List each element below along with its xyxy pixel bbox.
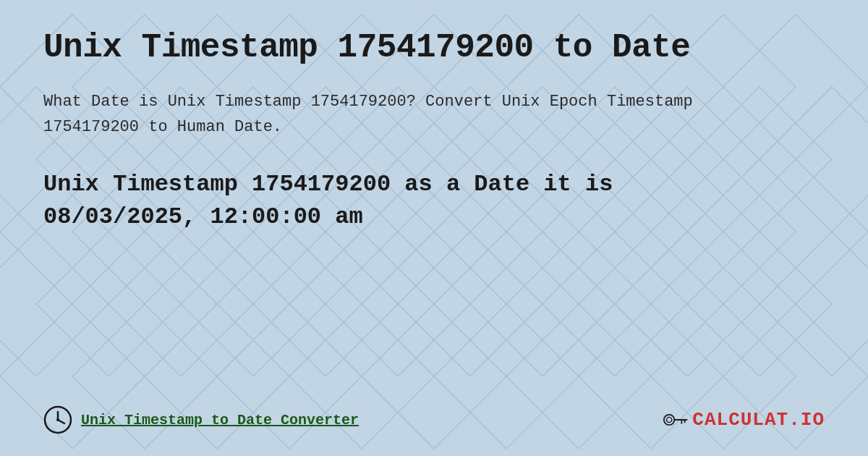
svg-point-71: [667, 417, 672, 422]
logo-accent: .IO: [788, 409, 825, 431]
result-line1: Unix Timestamp 1754179200 as a Date it i…: [43, 171, 613, 198]
footer-left[interactable]: Unix Timestamp to Date Converter: [43, 405, 359, 434]
result-section: Unix Timestamp 1754179200 as a Date it i…: [43, 169, 825, 234]
result-text: Unix Timestamp 1754179200 as a Date it i…: [43, 169, 803, 234]
page-title: Unix Timestamp 1754179200 to Date: [43, 29, 825, 67]
logo-text: CALCULAT.IO: [692, 409, 825, 431]
clock-icon: [43, 405, 72, 434]
svg-point-70: [664, 415, 674, 425]
footer-link[interactable]: Unix Timestamp to Date Converter: [81, 412, 359, 428]
logo-icon: [662, 410, 688, 430]
logo-main: CALCULAT: [692, 409, 788, 431]
description-text: What Date is Unix Timestamp 1754179200? …: [43, 89, 694, 140]
result-line2: 08/03/2025, 12:00:00 am: [43, 203, 363, 230]
svg-point-69: [56, 418, 59, 421]
footer: Unix Timestamp to Date Converter CALCULA…: [43, 391, 825, 434]
logo-area[interactable]: CALCULAT.IO: [662, 409, 825, 431]
